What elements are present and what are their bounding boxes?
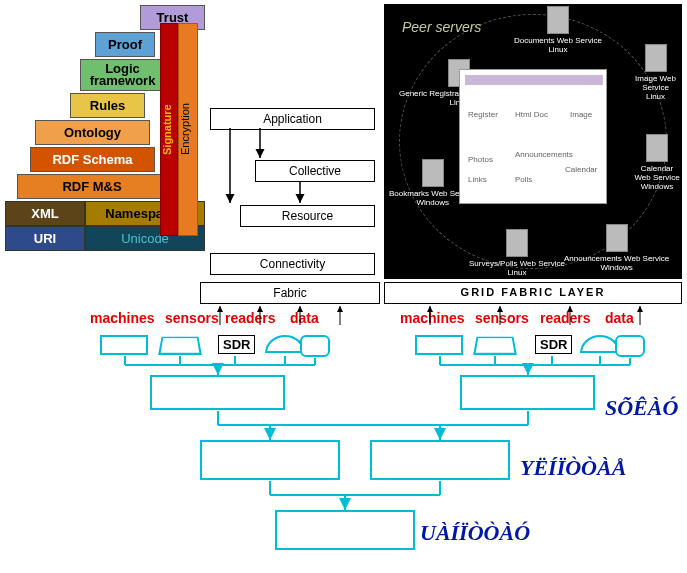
red-sensors-l: sensors [165,310,219,326]
sdr-label-l: SDR [218,335,255,354]
node-surveys: Surveys/Polls Web ServiceLinux [469,229,565,277]
blue-label-3: UÀÍÏÒÒÀÓ [420,520,530,546]
tree-box-r2 [460,375,595,410]
mid-collective: Collective [255,160,375,182]
server-icon [422,159,444,187]
center-photos: Photos [468,155,493,164]
tree-box-r3 [370,440,510,480]
red-readers-l: readers [225,310,276,326]
node-documents: Documents Web ServiceLinux [514,6,602,54]
node-announcements: Announcements Web ServiceWindows [564,224,669,272]
layer-rules: Rules [70,93,145,118]
tree-box-bottom [275,510,415,550]
red-data-l: data [290,310,319,326]
server-icon [606,224,628,252]
layer-logic: Logic framework [80,59,165,91]
tree-box-l3 [200,440,340,480]
center-links: Links [468,175,487,184]
peer-servers-panel: Peer servers Documents Web ServiceLinux … [384,4,682,279]
tree-shape [300,335,330,357]
tree-box [415,335,463,355]
tree-box [100,335,148,355]
server-icon [506,229,528,257]
tree-shape [158,337,202,355]
center-calendar: Calendar [565,165,597,174]
peer-center-doc: Register Html Doc Image Photos Announcem… [459,69,607,204]
tree-box-l2 [150,375,285,410]
red-sensors-r: sensors [475,310,529,326]
layer-proof: Proof [95,32,155,57]
node-image: Image Web ServiceLinux [629,44,682,101]
center-htmldoc: Html Doc [515,110,548,119]
blue-label-1: SÕÊÀÓ [605,395,678,421]
red-machines-r: machines [400,310,465,326]
tree-shape [473,337,517,355]
server-icon [646,134,668,162]
center-polls: Polls [515,175,532,184]
layer-rdf-ms: RDF M&S [17,174,167,199]
layer-uri: URI [5,226,85,251]
tree-shape [580,335,620,353]
grid-fabric-layer-label: GRID FABRIC LAYER [384,282,682,304]
tree-shape [265,335,305,353]
tree-shape [615,335,645,357]
center-register: Register [468,110,498,119]
red-data-r: data [605,310,634,326]
sdr-label-r: SDR [535,335,572,354]
mid-connectivity: Connectivity [210,253,375,275]
blue-label-2: YËÍÏÒÒÀÅ [520,455,626,481]
node-calendar: Calendar Web ServiceWindows [632,134,682,191]
server-icon [547,6,569,34]
red-machines-l: machines [90,310,155,326]
red-readers-r: readers [540,310,591,326]
layer-xml: XML [5,201,85,226]
server-icon [645,44,667,72]
mid-resource: Resource [240,205,375,227]
center-image: Image [570,110,592,119]
layer-ontology: Ontology [35,120,150,145]
signature-bar: Signature [160,23,178,236]
peer-title: Peer servers [402,19,481,35]
mid-fabric: Fabric [200,282,380,304]
encryption-bar: Encryption [178,23,198,236]
layer-rdf-schema: RDF Schema [30,147,155,172]
mid-application: Application [210,108,375,130]
center-announcements: Announcements [515,150,573,159]
